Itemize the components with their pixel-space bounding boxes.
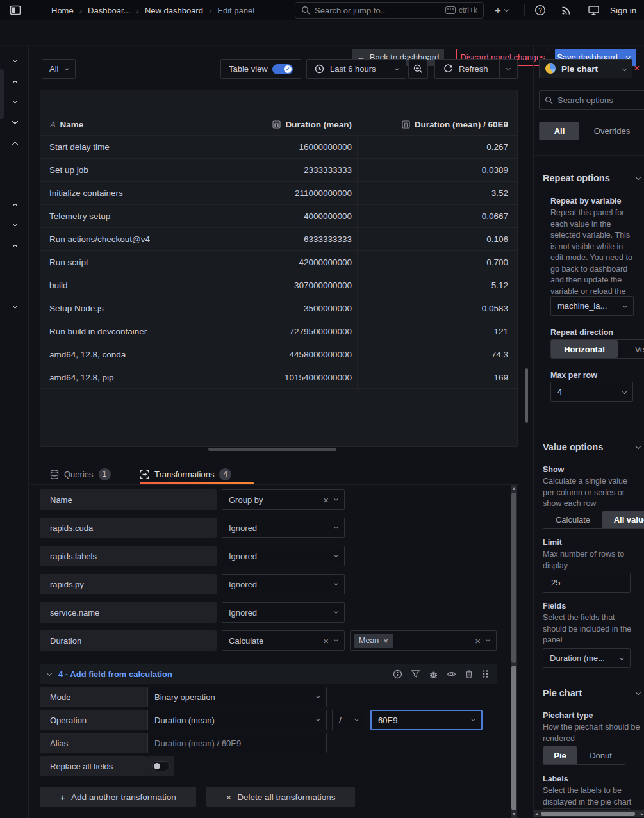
options-search-input[interactable] bbox=[557, 95, 640, 105]
column-header-duration[interactable]: Duration (mean) bbox=[202, 120, 357, 129]
rail-chevron-up-icon[interactable] bbox=[13, 139, 17, 149]
scroll-right-icon[interactable]: ▸ bbox=[641, 810, 643, 817]
global-search[interactable]: ctrl+k bbox=[295, 2, 484, 19]
radio-pie[interactable]: Pie bbox=[543, 746, 577, 764]
fields-select[interactable]: Duration (me... bbox=[543, 648, 631, 668]
rail-chevron-down-icon[interactable] bbox=[13, 218, 17, 228]
filter-icon[interactable] bbox=[411, 669, 420, 678]
scrollbar-thumb[interactable] bbox=[541, 812, 635, 816]
radio-vertical[interactable]: Vertical bbox=[618, 340, 644, 358]
operator-select[interactable]: / bbox=[332, 710, 365, 730]
table-row[interactable]: Telemetry setup40000000000.0667 bbox=[40, 204, 517, 227]
table-row[interactable]: Run script420000000000.700 bbox=[40, 250, 517, 274]
breadcrumb-item[interactable]: Dashboar... bbox=[88, 6, 131, 15]
news-rss-icon[interactable] bbox=[561, 5, 572, 15]
scroll-left-icon[interactable]: ◂ bbox=[535, 810, 538, 817]
table-row[interactable]: Run build in devcontainer727950000000012… bbox=[40, 320, 517, 343]
zoom-out-time-button[interactable] bbox=[408, 59, 428, 79]
rail-chevron-up-icon[interactable] bbox=[13, 241, 17, 251]
operand-left-select[interactable]: Duration (mean) bbox=[147, 710, 327, 730]
delete-all-transformations-button[interactable]: × Delete all transformations bbox=[206, 787, 355, 807]
rail-chevron-up-icon[interactable] bbox=[13, 200, 17, 210]
radio-donut[interactable]: Donut bbox=[577, 746, 625, 764]
edit-pane-scrollbar-thumb[interactable] bbox=[525, 368, 528, 423]
help-icon[interactable]: ? bbox=[534, 4, 546, 16]
column-header-name[interactable]: A Name bbox=[40, 120, 202, 129]
rail-chevron-down-icon[interactable] bbox=[13, 54, 17, 64]
options-search[interactable] bbox=[539, 90, 644, 110]
operand-right-select[interactable]: 60E9 bbox=[370, 710, 483, 730]
remove-tag-icon[interactable]: × bbox=[383, 636, 388, 646]
radio-horizontal[interactable]: Horizontal bbox=[551, 340, 618, 358]
table-horizontal-scrollbar[interactable] bbox=[208, 448, 336, 451]
radio-calculate[interactable]: Calculate bbox=[543, 511, 602, 528]
breadcrumb-item[interactable]: New dashboard bbox=[145, 6, 203, 15]
tab-overrides[interactable]: Overrides bbox=[579, 122, 644, 140]
options-horizontal-scrollbar[interactable]: ◂ ▸ bbox=[534, 810, 644, 817]
rail-chevron-down-icon[interactable] bbox=[13, 95, 17, 105]
groupby-mode-select[interactable]: Ignored bbox=[222, 602, 345, 623]
section-value-options[interactable]: Value options bbox=[543, 442, 640, 452]
breadcrumb-item[interactable]: Home bbox=[51, 6, 74, 15]
table-row[interactable]: Initialize containers2110000000003.52 bbox=[40, 181, 517, 204]
table-row[interactable]: Setup Node.js35000000000.0583 bbox=[40, 297, 517, 320]
transformation-header[interactable]: 4 - Add field from calculation bbox=[40, 664, 497, 684]
time-range-picker[interactable]: Last 6 hours bbox=[306, 59, 406, 79]
tab-all[interactable]: All bbox=[540, 122, 579, 140]
rail-chevron-up-icon[interactable] bbox=[13, 78, 17, 87]
sign-in-button[interactable]: Sign in bbox=[610, 0, 636, 20]
radio-all-values[interactable]: All values bbox=[602, 511, 644, 528]
drag-handle-icon[interactable] bbox=[482, 669, 489, 679]
debug-icon[interactable] bbox=[429, 669, 438, 679]
table-row[interactable]: amd64, 12.8, conda445800000000074.3 bbox=[40, 343, 517, 366]
groupby-mode-select[interactable]: Ignored bbox=[222, 518, 345, 538]
table-row[interactable]: Start delay time160000000000.267 bbox=[40, 135, 517, 158]
transformations-vertical-scrollbar[interactable]: ▲ ▼ bbox=[511, 485, 517, 818]
monitor-icon[interactable] bbox=[588, 6, 599, 15]
trash-icon[interactable] bbox=[465, 669, 474, 679]
table-row[interactable]: Run actions/checkout@v463333333330.106 bbox=[40, 227, 517, 250]
sidebar-toggle-icon[interactable] bbox=[10, 4, 21, 16]
groupby-mode-select[interactable]: Group by× bbox=[222, 489, 345, 510]
scrollbar-thumb[interactable] bbox=[511, 666, 516, 810]
collapse-chevron-icon[interactable] bbox=[47, 671, 52, 676]
refresh-button[interactable]: Refresh bbox=[434, 59, 518, 79]
scrollbar-track-segment[interactable] bbox=[511, 493, 516, 663]
rail-chevron-down-icon[interactable] bbox=[13, 116, 17, 126]
visualization-picker[interactable]: Pie chart bbox=[539, 59, 632, 78]
aggregation-select[interactable]: Mean×× bbox=[350, 630, 497, 651]
table-view-toggle[interactable]: ✓ bbox=[272, 64, 293, 74]
add-transformation-button[interactable]: + Add another transformation bbox=[40, 787, 196, 807]
section-pie-chart[interactable]: Pie chart bbox=[543, 688, 640, 698]
tab-transformations[interactable]: Transformations 4 bbox=[140, 466, 231, 482]
rail-chevron-down-icon[interactable] bbox=[13, 300, 17, 310]
mode-select[interactable]: Binary operation bbox=[147, 687, 327, 707]
section-repeat-options[interactable]: Repeat options bbox=[543, 173, 640, 183]
tab-queries[interactable]: Queries 1 bbox=[50, 466, 111, 482]
table-row[interactable]: amd64, 12.8, pip10154000000000169 bbox=[40, 366, 517, 389]
groupby-mode-select[interactable]: Ignored bbox=[222, 546, 345, 566]
eye-icon[interactable] bbox=[447, 669, 456, 679]
aggregation-chip[interactable]: Mean× bbox=[354, 634, 393, 648]
max-per-row-select[interactable]: 4 bbox=[550, 382, 633, 402]
refresh-interval-button[interactable] bbox=[499, 60, 517, 78]
replace-all-fields-toggle[interactable] bbox=[147, 756, 174, 776]
table-row[interactable]: Set up job23333333330.0389 bbox=[40, 158, 517, 181]
table-row[interactable]: build3070000000005.12 bbox=[40, 274, 517, 297]
clear-icon[interactable]: × bbox=[323, 636, 329, 646]
groupby-mode-select[interactable]: Ignored bbox=[222, 574, 345, 594]
alias-input[interactable] bbox=[147, 733, 327, 753]
scroll-up-icon[interactable]: ▲ bbox=[511, 486, 517, 492]
search-input[interactable] bbox=[315, 6, 441, 15]
scope-variable-select[interactable]: All bbox=[42, 59, 76, 79]
clear-icon[interactable]: × bbox=[475, 636, 481, 646]
scroll-down-icon[interactable]: ▼ bbox=[511, 811, 517, 817]
close-options-icon[interactable]: × bbox=[634, 59, 640, 78]
repeat-variable-select[interactable]: machine_la... bbox=[550, 296, 634, 316]
new-menu-button[interactable]: + bbox=[495, 0, 508, 20]
info-icon[interactable] bbox=[393, 669, 402, 679]
clear-icon[interactable]: × bbox=[323, 495, 329, 505]
limit-input[interactable] bbox=[543, 573, 631, 593]
groupby-mode-select[interactable]: Calculate× bbox=[222, 630, 345, 651]
column-header-ratio[interactable]: Duration (mean) / 60E9 bbox=[357, 120, 517, 129]
